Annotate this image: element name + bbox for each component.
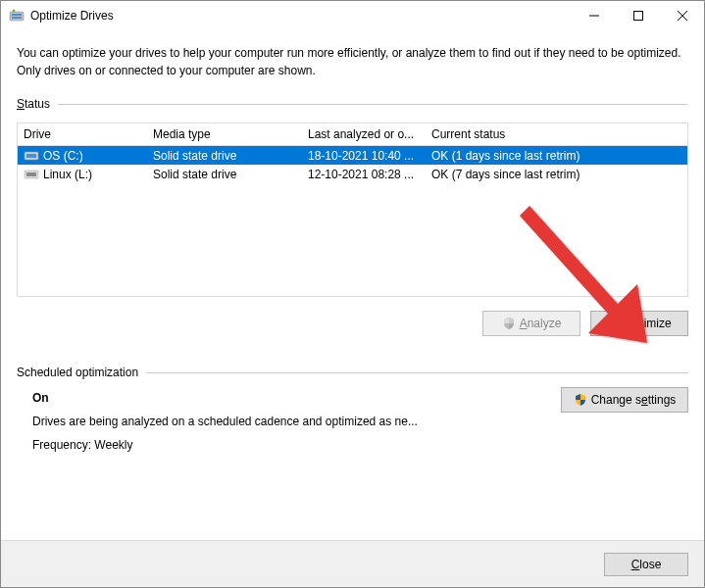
drive-status: OK (1 days since last retrim) bbox=[426, 149, 687, 163]
close-label: Close bbox=[631, 558, 662, 571]
analyze-button: Analyze bbox=[482, 311, 580, 336]
titlebar: Optimize Drives bbox=[1, 1, 704, 30]
window-title: Optimize Drives bbox=[30, 9, 572, 23]
optimize-label: Optimize bbox=[625, 317, 671, 330]
svg-rect-0 bbox=[10, 12, 24, 21]
divider bbox=[146, 372, 688, 373]
close-button[interactable]: Close bbox=[604, 553, 688, 576]
svg-rect-2 bbox=[12, 17, 22, 19]
drive-last: 12-10-2021 08:28 ... bbox=[302, 168, 426, 181]
col-media[interactable]: Media type bbox=[147, 123, 302, 145]
svg-rect-5 bbox=[633, 12, 642, 21]
svg-rect-11 bbox=[26, 172, 36, 176]
shield-icon bbox=[607, 317, 621, 330]
table-row[interactable]: Linux (L:) Solid state drive 12-10-2021 … bbox=[18, 165, 687, 183]
svg-rect-9 bbox=[26, 154, 36, 158]
divider bbox=[58, 104, 688, 105]
drive-status: OK (7 days since last retrim) bbox=[426, 168, 687, 181]
svg-rect-1 bbox=[12, 14, 22, 16]
drive-name: Linux (L:) bbox=[43, 168, 92, 181]
schedule-frequency: Frequency: Weekly bbox=[32, 438, 561, 452]
schedule-desc: Drives are being analyzed on a scheduled… bbox=[32, 415, 561, 428]
drive-media: Solid state drive bbox=[147, 168, 302, 181]
shield-icon bbox=[502, 317, 516, 330]
drive-last: 18-10-2021 10:40 ... bbox=[302, 149, 426, 163]
optimize-button[interactable]: Optimize bbox=[590, 311, 688, 336]
maximize-button[interactable] bbox=[616, 1, 660, 30]
drive-table: Drive Media type Last analyzed or o... C… bbox=[17, 122, 688, 297]
col-last[interactable]: Last analyzed or o... bbox=[302, 123, 426, 145]
change-settings-button[interactable]: Change settings bbox=[561, 387, 688, 413]
table-header: Drive Media type Last analyzed or o... C… bbox=[18, 123, 687, 146]
schedule-status: On bbox=[32, 391, 561, 405]
schedule-label: Scheduled optimization bbox=[17, 366, 138, 379]
minimize-button[interactable] bbox=[572, 1, 616, 30]
app-icon bbox=[9, 8, 25, 24]
svg-point-3 bbox=[13, 10, 16, 13]
description-text: You can optimize your drives to help you… bbox=[17, 44, 688, 79]
shield-icon bbox=[574, 393, 587, 407]
drive-media: Solid state drive bbox=[147, 149, 302, 163]
analyze-label: Analyze bbox=[520, 317, 562, 330]
drive-name: OS (C:) bbox=[43, 149, 83, 163]
col-status[interactable]: Current status bbox=[426, 123, 687, 145]
table-row[interactable]: OS (C:) Solid state drive 18-10-2021 10:… bbox=[18, 146, 687, 165]
status-label: Status bbox=[17, 97, 50, 111]
change-settings-label: Change settings bbox=[591, 393, 677, 407]
drive-icon bbox=[24, 149, 39, 163]
close-window-button[interactable] bbox=[660, 1, 704, 30]
drive-icon bbox=[24, 168, 39, 181]
col-drive[interactable]: Drive bbox=[18, 123, 147, 145]
